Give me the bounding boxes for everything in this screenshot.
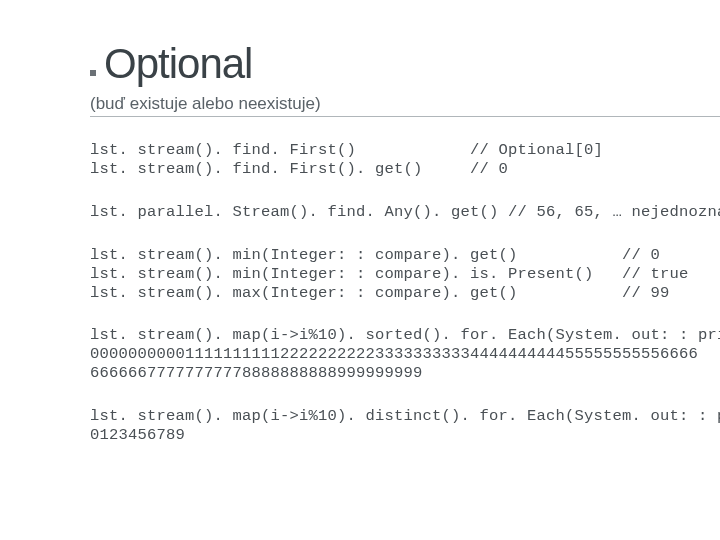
- slide-title: Optional: [104, 40, 252, 88]
- code-block-4: lst. stream(). map(i->i%10). sorted(). f…: [90, 326, 720, 383]
- slide-subtitle: (buď existuje alebo neexistuje): [90, 94, 720, 114]
- code-block-2: lst. parallel. Stream(). find. Any(). ge…: [90, 203, 720, 222]
- title-bullet: [90, 70, 96, 76]
- code-block-1: lst. stream(). find. First() // Optional…: [90, 141, 720, 179]
- code-block-5: lst. stream(). map(i->i%10). distinct().…: [90, 407, 720, 445]
- title-rule: [90, 116, 720, 117]
- code-block-3: lst. stream(). min(Integer: : compare). …: [90, 246, 720, 303]
